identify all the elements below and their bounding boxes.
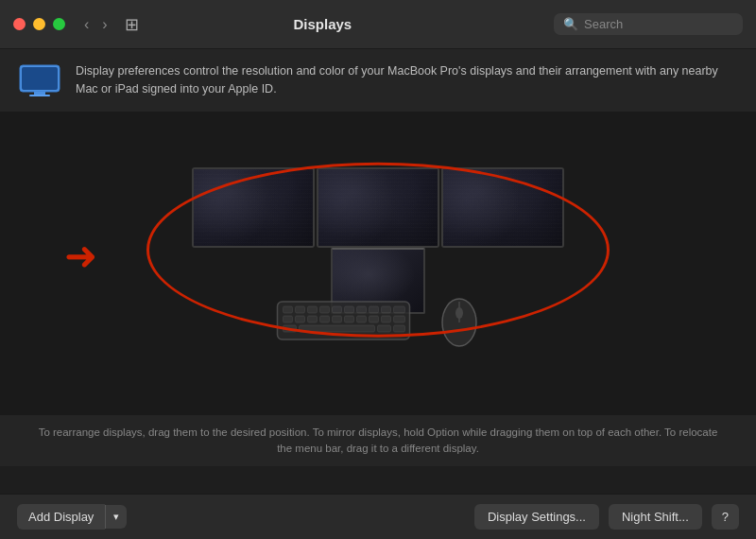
minimize-button[interactable]	[33, 18, 45, 30]
svg-rect-2	[34, 92, 45, 95]
canvas-area: ➜	[0, 113, 756, 415]
top-monitors-row	[192, 167, 564, 248]
monitor-3[interactable]	[441, 167, 564, 248]
add-display-group: Add Display ▾	[17, 504, 127, 530]
title-bar: ‹ › ⊞ Displays 🔍	[0, 0, 756, 49]
svg-rect-26	[300, 325, 375, 332]
svg-rect-17	[308, 316, 318, 322]
display-icon	[19, 64, 60, 96]
monitor-2[interactable]	[317, 167, 439, 248]
traffic-lights	[13, 18, 65, 30]
svg-rect-12	[369, 306, 379, 313]
add-display-dropdown[interactable]: ▾	[105, 505, 127, 529]
window-title: Displays	[148, 16, 497, 32]
svg-rect-3	[29, 95, 50, 96]
svg-rect-7	[308, 306, 318, 313]
svg-rect-16	[296, 316, 305, 322]
close-button[interactable]	[13, 18, 26, 30]
night-shift-button[interactable]: Night Shift...	[609, 504, 702, 530]
help-text: To rearrange displays, drag them to the …	[0, 415, 756, 467]
grid-icon: ⊞	[125, 14, 139, 35]
mouse-icon	[438, 292, 481, 349]
forward-button[interactable]: ›	[98, 14, 111, 35]
svg-rect-14	[394, 306, 405, 313]
search-icon: 🔍	[563, 17, 578, 31]
svg-rect-24	[394, 316, 405, 322]
svg-rect-22	[369, 316, 379, 322]
back-button[interactable]: ‹	[80, 14, 93, 35]
displays-stage: ➜	[19, 160, 737, 368]
svg-rect-10	[345, 306, 354, 313]
help-button[interactable]: ?	[712, 504, 739, 530]
search-input[interactable]	[584, 17, 733, 31]
svg-rect-20	[345, 316, 354, 322]
svg-rect-27	[378, 325, 391, 332]
svg-rect-28	[394, 325, 405, 332]
help-description: To rearrange displays, drag them to the …	[39, 426, 718, 454]
peripherals	[276, 292, 481, 349]
svg-rect-9	[333, 306, 342, 313]
search-box[interactable]: 🔍	[554, 13, 743, 35]
svg-rect-23	[382, 316, 391, 322]
svg-rect-19	[333, 316, 342, 322]
svg-rect-6	[296, 306, 305, 313]
svg-rect-1	[22, 67, 58, 90]
svg-rect-11	[357, 306, 367, 313]
nav-arrows: ‹ ›	[80, 14, 112, 35]
svg-rect-15	[284, 316, 293, 322]
maximize-button[interactable]	[53, 18, 65, 30]
red-arrow: ➜	[64, 232, 97, 278]
bottom-bar: Add Display ▾ Display Settings... Night …	[0, 494, 756, 539]
svg-point-31	[455, 307, 463, 319]
svg-rect-25	[284, 325, 297, 332]
svg-rect-18	[320, 316, 330, 322]
info-bar: Display preferences control the resoluti…	[0, 49, 756, 113]
add-display-button[interactable]: Add Display	[17, 504, 105, 530]
svg-rect-8	[320, 306, 330, 313]
svg-rect-5	[284, 306, 293, 313]
svg-rect-13	[382, 306, 391, 313]
keyboard-icon	[276, 297, 427, 344]
svg-rect-21	[357, 316, 367, 322]
display-settings-button[interactable]: Display Settings...	[474, 504, 599, 530]
monitor-1[interactable]	[192, 167, 315, 248]
info-description: Display preferences control the resoluti…	[76, 62, 737, 98]
